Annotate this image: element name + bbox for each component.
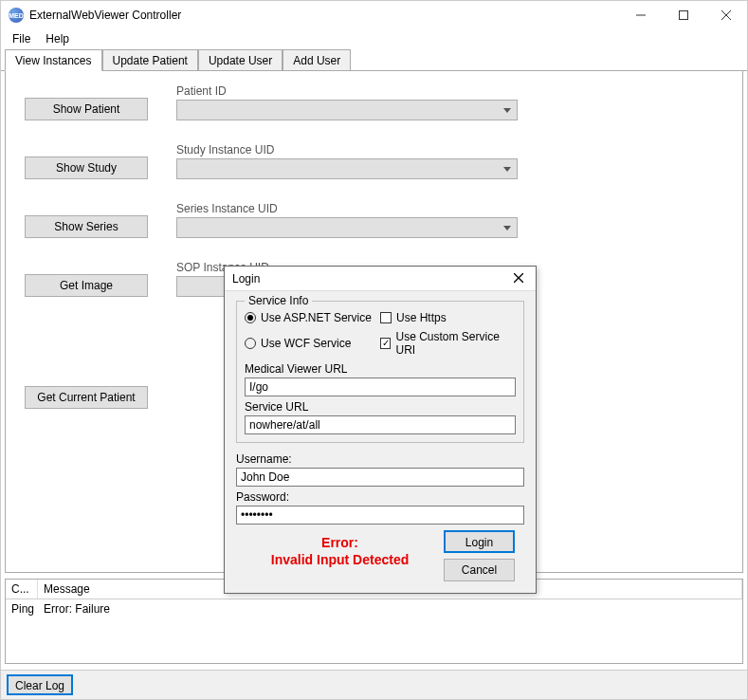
tab-view-instances[interactable]: View Instances [5, 49, 102, 71]
menu-help[interactable]: Help [38, 30, 77, 47]
maximize-button[interactable] [662, 1, 704, 29]
clear-log-button[interactable]: Clear Log [7, 674, 73, 695]
username-label: Username: [236, 452, 524, 466]
log-col-category[interactable]: C... [6, 580, 38, 599]
opt-asp-radio[interactable]: Use ASP.NET Service [245, 311, 380, 324]
medical-url-label: Medical Viewer URL [245, 362, 516, 376]
show-study-button[interactable]: Show Study [25, 157, 148, 179]
checkbox-icon [380, 312, 392, 323]
tab-add-user[interactable]: Add User [283, 49, 351, 70]
tab-update-patient[interactable]: Update Patient [102, 49, 198, 70]
tab-strip: View Instances Update Patient Update Use… [1, 48, 747, 71]
radio-icon [245, 312, 256, 323]
dialog-close-button[interactable] [509, 272, 528, 286]
footer: Clear Log [1, 670, 747, 699]
study-uid-combo[interactable] [176, 158, 518, 179]
close-button[interactable] [704, 1, 747, 29]
service-url-label: Service URL [245, 400, 516, 414]
patient-id-label: Patient ID [176, 84, 518, 98]
study-uid-label: Study Instance UID [176, 143, 518, 157]
error-line1: Error: [236, 534, 444, 551]
log-cell-category: Ping [6, 599, 38, 618]
dialog-titlebar: Login [225, 267, 536, 291]
show-series-button[interactable]: Show Series [25, 215, 148, 238]
opt-asp-label: Use ASP.NET Service [261, 311, 372, 324]
opt-custom-uri-check[interactable]: Use Custom Service URI [380, 330, 516, 357]
menu-file[interactable]: File [5, 30, 38, 47]
series-uid-combo[interactable] [176, 217, 518, 238]
dialog-title-text: Login [232, 272, 509, 286]
minimize-button[interactable] [619, 1, 662, 29]
series-uid-label: Series Instance UID [176, 202, 518, 215]
tab-update-user[interactable]: Update User [198, 49, 283, 70]
main-window: MED ExternalWebViewer Controller File He… [0, 0, 748, 700]
service-info-group: Service Info Use ASP.NET Service Use Htt… [236, 301, 524, 443]
opt-https-check[interactable]: Use Https [380, 311, 516, 324]
login-dialog: Login Service Info Use ASP.NET Service [224, 266, 537, 594]
password-input[interactable] [236, 506, 524, 525]
show-patient-button[interactable]: Show Patient [25, 98, 148, 120]
get-image-button[interactable]: Get Image [25, 274, 148, 297]
svg-rect-1 [679, 11, 687, 20]
tab-content-view-instances: Show Patient Patient ID Show Study Study… [5, 71, 743, 573]
radio-icon [245, 338, 256, 349]
opt-wcf-radio[interactable]: Use WCF Service [245, 330, 380, 357]
window-title: ExternalWebViewer Controller [29, 9, 181, 22]
error-line2: Invalid Input Detected [236, 551, 444, 568]
log-cell-message: Error: Failure [38, 599, 742, 618]
service-url-input[interactable] [245, 415, 516, 434]
menubar: File Help [1, 29, 747, 48]
service-info-legend: Service Info [245, 294, 312, 307]
log-row[interactable]: Ping Error: Failure [6, 599, 742, 618]
medical-url-input[interactable] [245, 378, 516, 396]
patient-id-combo[interactable] [176, 100, 518, 120]
opt-wcf-label: Use WCF Service [261, 337, 351, 350]
checkbox-icon [380, 338, 391, 349]
titlebar: MED ExternalWebViewer Controller [1, 1, 747, 29]
cancel-button[interactable]: Cancel [444, 559, 515, 581]
login-button[interactable]: Login [444, 530, 515, 553]
opt-custom-uri-label: Use Custom Service URI [395, 330, 516, 357]
opt-https-label: Use Https [396, 311, 447, 324]
username-input[interactable] [236, 468, 524, 487]
get-current-patient-button[interactable]: Get Current Patient [25, 386, 148, 409]
password-label: Password: [236, 490, 524, 504]
app-icon: MED [9, 8, 24, 23]
